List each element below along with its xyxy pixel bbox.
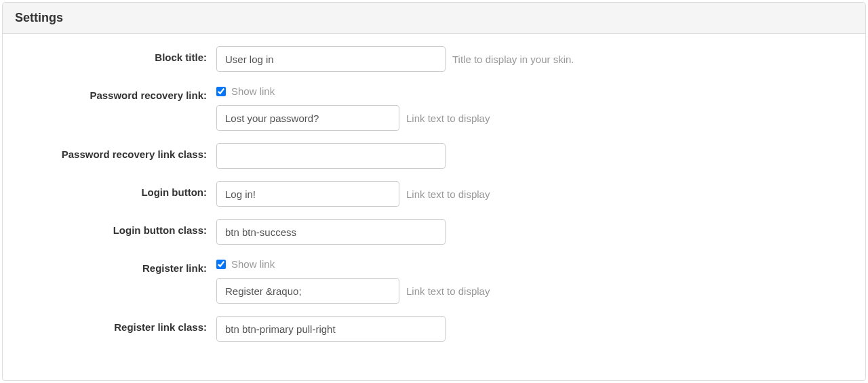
panel-body: Block title: Title to display in your sk… <box>3 34 865 366</box>
panel-heading: Settings <box>3 3 865 34</box>
help-register-link-text: Link text to display <box>406 285 490 297</box>
label-login-button-class: Login button class: <box>3 219 216 236</box>
row-register-link: Register link: Show link Link text to di… <box>3 257 853 304</box>
checkbox-label-password-recovery: Show link <box>231 85 275 97</box>
settings-panel: Settings Block title: Title to display i… <box>2 2 866 381</box>
help-password-recovery-text: Link text to display <box>406 113 490 124</box>
checkbox-register-show[interactable] <box>216 260 226 269</box>
row-login-button-class: Login button class: <box>3 219 853 245</box>
input-password-recovery-class[interactable] <box>216 143 446 169</box>
label-password-recovery-class: Password recovery link class: <box>3 143 216 160</box>
panel-title: Settings <box>15 11 853 25</box>
label-password-recovery: Password recovery link: <box>3 84 216 101</box>
row-password-recovery: Password recovery link: Show link Link t… <box>3 84 853 131</box>
input-register-link-class[interactable] <box>216 316 446 342</box>
help-block-title: Title to display in your skin. <box>452 54 574 65</box>
help-login-button: Link text to display <box>406 188 490 200</box>
label-login-button: Login button: <box>3 181 216 198</box>
input-password-recovery-text[interactable] <box>216 105 399 131</box>
row-login-button: Login button: Link text to display <box>3 181 853 207</box>
checkbox-label-register: Show link <box>231 258 275 270</box>
input-block-title[interactable] <box>216 46 446 72</box>
input-register-link-text[interactable] <box>216 278 399 304</box>
input-login-button-text[interactable] <box>216 181 399 207</box>
row-block-title: Block title: Title to display in your sk… <box>3 46 853 72</box>
input-login-button-class[interactable] <box>216 219 446 245</box>
label-register-link: Register link: <box>3 257 216 274</box>
row-password-recovery-class: Password recovery link class: <box>3 143 853 169</box>
row-register-link-class: Register link class: <box>3 316 853 342</box>
label-register-link-class: Register link class: <box>3 316 216 333</box>
checkbox-password-recovery-show[interactable] <box>216 87 226 96</box>
label-block-title: Block title: <box>3 46 216 63</box>
